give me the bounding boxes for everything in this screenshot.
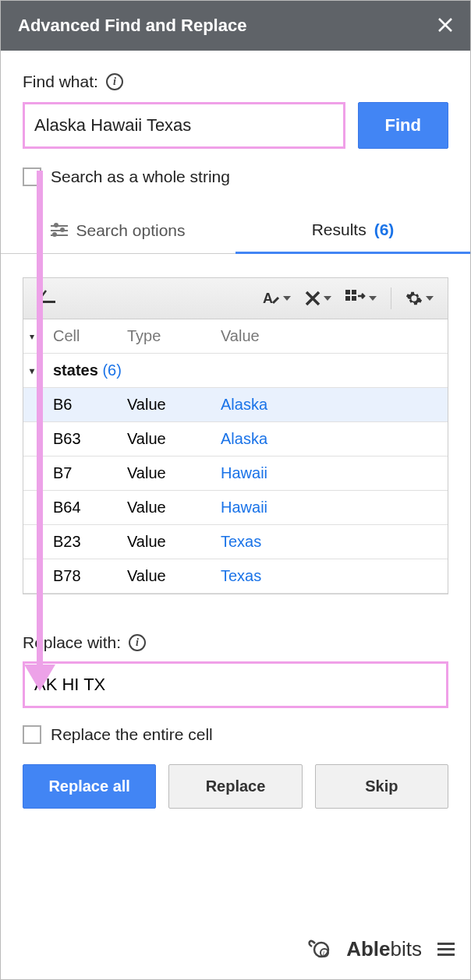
cell-ref: B63 (53, 430, 127, 448)
skip-button[interactable]: Skip (315, 764, 448, 809)
find-input[interactable] (23, 102, 345, 149)
table-row[interactable]: B63ValueAlaska (23, 422, 448, 457)
table-row[interactable]: B78ValueTexas (23, 559, 448, 594)
tab-search-options-label: Search options (76, 221, 185, 240)
info-icon[interactable]: i (106, 73, 123, 90)
cell-value: Alaska (221, 396, 441, 414)
col-value[interactable]: Value (221, 327, 441, 345)
svg-rect-3 (352, 290, 356, 294)
cell-ref: B64 (53, 499, 127, 516)
toolbar-separator (391, 287, 391, 309)
export-button[interactable] (341, 287, 381, 310)
cell-ref: B6 (53, 396, 127, 414)
tabs: Search options Results (6) (1, 208, 470, 254)
results-toolbar: A (23, 278, 448, 319)
cell-value: Alaska (221, 430, 441, 448)
select-all-button[interactable] (33, 287, 61, 310)
cell-type: Value (127, 396, 221, 414)
tab-results[interactable]: Results (6) (236, 208, 470, 254)
sliders-icon (51, 224, 68, 238)
entire-cell-checkbox[interactable] (23, 725, 41, 744)
results-panel: A ▾ Cell Type Value ▾ (23, 277, 448, 594)
whole-string-checkbox[interactable] (23, 167, 41, 186)
find-button[interactable]: Find (358, 102, 448, 149)
svg-rect-5 (352, 296, 356, 301)
close-icon[interactable] (437, 15, 453, 37)
table-row[interactable]: B23ValueTexas (23, 525, 448, 559)
svg-rect-0 (38, 301, 55, 303)
collapse-icon[interactable]: ▾ (30, 365, 53, 376)
info-icon[interactable]: i (129, 634, 146, 651)
group-name: states (53, 361, 98, 379)
col-type[interactable]: Type (127, 327, 221, 345)
chevron-down-icon (369, 296, 377, 301)
footer: i Ablebits (1, 925, 470, 979)
table-row[interactable]: B64ValueHawaii (23, 491, 448, 525)
settings-button[interactable] (401, 287, 438, 310)
replace-all-button[interactable]: Replace all (23, 764, 156, 809)
cell-ref: B7 (53, 464, 127, 482)
table-row[interactable]: B7ValueHawaii (23, 457, 448, 491)
cell-value: Texas (221, 533, 441, 551)
group-row[interactable]: ▾ states (6) (23, 354, 448, 388)
cell-type: Value (127, 464, 221, 482)
group-count: (6) (102, 361, 121, 379)
find-label: Find what: (23, 72, 98, 91)
delete-button[interactable] (300, 287, 336, 309)
svg-text:i: i (323, 950, 324, 957)
menu-icon[interactable] (437, 943, 455, 956)
cell-value: Hawaii (221, 499, 441, 516)
dialog-title: Advanced Find and Replace (18, 16, 246, 36)
tab-results-count: (6) (374, 220, 395, 239)
entire-cell-label: Replace the entire cell (51, 725, 213, 744)
cell-type: Value (127, 499, 221, 516)
results-rows: B6ValueAlaskaB63ValueAlaskaB7ValueHawaii… (23, 388, 448, 594)
brand-name: Ablebits (346, 937, 422, 961)
chevron-down-icon (283, 296, 291, 301)
svg-text:A: A (263, 291, 273, 306)
chevron-down-icon (426, 296, 434, 301)
cell-value: Texas (221, 567, 441, 585)
svg-rect-4 (345, 296, 350, 301)
tab-results-label: Results (312, 220, 367, 239)
table-header: ▾ Cell Type Value (23, 319, 448, 354)
chevron-down-icon (324, 296, 331, 301)
cell-value: Hawaii (221, 464, 441, 482)
col-cell[interactable]: Cell (53, 327, 127, 345)
replace-label: Replace with: (23, 633, 121, 652)
ablebits-logo-icon: i (307, 936, 331, 962)
cell-type: Value (127, 533, 221, 551)
find-label-row: Find what: i (23, 72, 448, 91)
tab-search-options[interactable]: Search options (1, 208, 236, 253)
replace-input[interactable] (23, 661, 448, 708)
replace-label-row: Replace with: i (23, 633, 448, 652)
cell-type: Value (127, 567, 221, 585)
format-button[interactable]: A (257, 286, 296, 311)
dialog-header: Advanced Find and Replace (1, 1, 470, 51)
replace-button[interactable]: Replace (168, 764, 302, 809)
svg-rect-2 (345, 290, 350, 294)
sort-icon[interactable]: ▾ (30, 331, 53, 342)
table-row[interactable]: B6ValueAlaska (23, 388, 448, 422)
cell-type: Value (127, 430, 221, 448)
cell-ref: B23 (53, 533, 127, 551)
whole-string-label: Search as a whole string (51, 167, 230, 186)
cell-ref: B78 (53, 567, 127, 585)
